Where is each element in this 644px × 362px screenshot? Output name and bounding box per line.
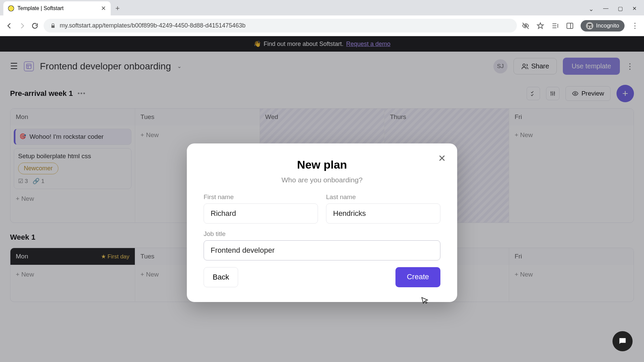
tab-title: Template | Softstart [17, 5, 64, 11]
first-name-field: First name [204, 193, 318, 224]
modal-subtitle: Who are you onboarding? [204, 176, 440, 184]
star-icon[interactable] [536, 22, 544, 30]
window-controls: ⌄ — ▢ ✕ [581, 3, 644, 15]
browser-menu-button[interactable]: ⋮ [631, 21, 639, 30]
url-field[interactable]: my.softstart.app/templates/b00f899b-4249… [44, 19, 517, 33]
back-button[interactable]: Back [204, 267, 238, 287]
eye-off-icon[interactable] [522, 22, 530, 30]
chat-fab[interactable] [612, 331, 633, 351]
last-name-field: Last name [326, 193, 440, 224]
browser-chrome: Template | Softstart ✕ + ⌄ — ▢ ✕ my.soft… [0, 0, 644, 36]
lock-icon [50, 23, 56, 28]
incognito-badge[interactable]: Incognito [581, 20, 625, 32]
tab-close-button[interactable]: ✕ [101, 5, 106, 12]
favicon-icon [8, 5, 14, 11]
url-text: my.softstart.app/templates/b00f899b-4249… [60, 22, 246, 29]
address-bar: my.softstart.app/templates/b00f899b-4249… [0, 15, 644, 36]
reading-list-icon[interactable] [551, 22, 559, 30]
job-title-field: Job title [204, 230, 440, 260]
close-modal-button[interactable]: ✕ [438, 153, 446, 164]
create-button[interactable]: Create [395, 267, 440, 287]
first-name-label: First name [204, 193, 318, 201]
maximize-button[interactable]: ▢ [618, 5, 623, 13]
back-button[interactable] [5, 22, 13, 30]
modal-title: New plan [204, 158, 440, 171]
side-panel-icon[interactable] [566, 22, 574, 30]
toolbar-right: Incognito ⋮ [522, 20, 639, 32]
new-tab-button[interactable]: + [111, 1, 124, 15]
tab-strip: Template | Softstart ✕ + ⌄ — ▢ ✕ [0, 0, 644, 15]
last-name-label: Last name [326, 193, 440, 201]
app-viewport: 👋 Find out more about Softstart. Request… [0, 36, 644, 362]
close-window-button[interactable]: ✕ [632, 5, 637, 13]
browser-tab[interactable]: Template | Softstart ✕ [3, 1, 111, 15]
first-name-input[interactable] [204, 203, 318, 224]
incognito-icon [586, 22, 593, 29]
last-name-input[interactable] [326, 203, 440, 224]
tabs-dropdown-icon[interactable]: ⌄ [589, 5, 594, 13]
minimize-button[interactable]: — [603, 5, 608, 13]
job-title-label: Job title [204, 230, 440, 238]
job-title-input[interactable] [204, 240, 440, 260]
forward-button[interactable] [18, 22, 26, 30]
new-plan-modal: ✕ New plan Who are you onboarding? First… [187, 143, 457, 302]
reload-button[interactable] [31, 22, 39, 30]
incognito-label: Incognito [596, 22, 619, 29]
svg-rect-1 [567, 23, 573, 28]
